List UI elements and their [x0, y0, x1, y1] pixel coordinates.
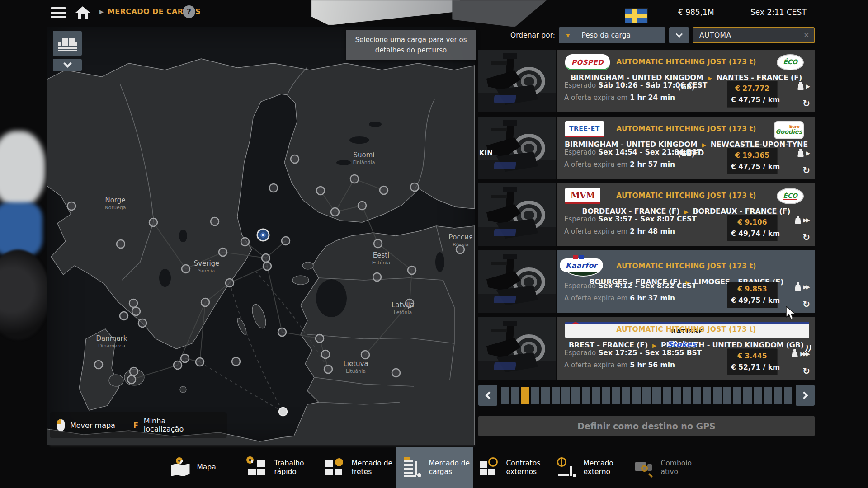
city-marker[interactable] [373, 273, 381, 281]
page-tick[interactable] [784, 387, 792, 404]
expected-time: Sáb 10:26 - Sáb 17:06 CEST [598, 81, 707, 89]
nav-item-freight[interactable]: Mercado de fretes [318, 447, 396, 488]
page-tick[interactable] [541, 387, 549, 404]
nav-item-map[interactable]: Mapa [164, 447, 241, 488]
city-marker[interactable] [316, 187, 325, 195]
prev-page-button[interactable] [478, 385, 497, 406]
city-marker[interactable] [316, 334, 324, 343]
city-marker[interactable] [174, 361, 182, 369]
city-marker[interactable] [269, 184, 278, 192]
page-tick[interactable] [774, 387, 782, 404]
city-marker[interactable] [279, 408, 287, 416]
set-gps-destination-button[interactable]: Definir como destino no GPS [478, 416, 815, 436]
search-box[interactable]: AUTOMA ✕ [693, 27, 815, 43]
city-marker[interactable] [374, 239, 382, 248]
city-marker[interactable] [282, 237, 290, 245]
page-tick[interactable] [743, 387, 751, 404]
city-marker[interactable] [291, 155, 299, 163]
nav-item-cargo[interactable]: Mercado de cargas [396, 447, 473, 488]
city-marker[interactable] [392, 369, 400, 377]
page-tick[interactable] [592, 387, 600, 404]
city-marker[interactable] [130, 367, 138, 375]
page-tick[interactable] [511, 387, 519, 404]
city-marker[interactable] [138, 319, 146, 327]
city-marker[interactable] [232, 357, 240, 366]
page-tick[interactable] [571, 387, 580, 404]
page-tick[interactable] [683, 387, 691, 404]
city-marker[interactable] [263, 262, 271, 270]
cargo-group-button[interactable] [53, 31, 82, 56]
city-marker[interactable] [406, 299, 414, 307]
page-tick[interactable] [561, 387, 570, 404]
city-marker[interactable] [331, 208, 339, 216]
city-marker[interactable] [149, 218, 157, 226]
city-marker[interactable] [132, 307, 140, 315]
clear-search-icon[interactable]: ✕ [803, 31, 809, 39]
city-marker[interactable] [241, 238, 249, 246]
city-marker[interactable] [324, 365, 332, 373]
page-tick[interactable] [521, 387, 529, 404]
help-icon[interactable]: ? [183, 5, 195, 18]
cargo-offer-row[interactable]: BÂTISSE AUTOMATIC HITCHING JOST (173 t) … [478, 317, 815, 380]
city-marker[interactable] [380, 186, 388, 194]
page-tick[interactable] [632, 387, 640, 404]
search-input[interactable]: AUTOMA [699, 31, 803, 39]
city-marker[interactable] [350, 175, 359, 183]
page-tick[interactable] [673, 387, 681, 404]
page-tick[interactable] [622, 387, 630, 404]
collapse-button[interactable] [53, 59, 82, 71]
city-marker[interactable] [361, 351, 369, 359]
city-marker[interactable] [127, 375, 136, 384]
page-tick[interactable] [693, 387, 701, 404]
cargo-offer-row[interactable]: NOS PÂTURAGES AUTOMATIC HITCHING JOST (1… [478, 250, 815, 313]
city-marker[interactable] [129, 299, 137, 307]
page-tick[interactable] [552, 387, 560, 404]
city-marker[interactable] [211, 217, 219, 225]
city-marker[interactable] [196, 358, 204, 366]
home-icon[interactable] [75, 5, 90, 20]
nav-item-convoy[interactable]: Comboio ativo [627, 447, 705, 488]
city-marker[interactable] [408, 266, 416, 274]
page-tick[interactable] [612, 387, 620, 404]
page-tick[interactable] [531, 387, 539, 404]
city-marker[interactable] [321, 350, 330, 358]
city-marker[interactable] [278, 328, 286, 336]
page-tick[interactable] [663, 387, 671, 404]
nav-item-quick[interactable]: Trabalho rápido [241, 447, 318, 488]
nav-item-contracts[interactable]: Contratos externos [473, 447, 550, 488]
page-tick[interactable] [703, 387, 711, 404]
page-tick[interactable] [602, 387, 610, 404]
city-marker[interactable] [120, 312, 128, 320]
cargo-offer-row[interactable]: MVM AUTOMATIC HITCHING JOST (173 t) ÉCO … [478, 183, 815, 246]
page-tick[interactable] [501, 387, 509, 404]
city-marker[interactable] [201, 298, 209, 306]
page-tick[interactable] [764, 387, 772, 404]
cargo-offer-row[interactable]: KIN TREE-ET AUTOMATIC HITCHING JOST (173… [478, 117, 815, 179]
world-map[interactable]: NorgeNoruegaSverigeSuéciaSuomiFinlândiaE… [47, 27, 475, 445]
page-tick[interactable] [713, 387, 721, 404]
page-tick[interactable] [642, 387, 651, 404]
page-tick[interactable] [723, 387, 731, 404]
city-marker[interactable] [226, 279, 234, 287]
city-marker[interactable] [410, 183, 419, 191]
city-marker[interactable] [456, 245, 464, 253]
city-marker[interactable] [94, 361, 103, 369]
city-marker[interactable] [262, 254, 270, 262]
city-marker[interactable] [219, 248, 227, 256]
freight-icon [325, 457, 346, 478]
page-tick[interactable] [733, 387, 741, 404]
expand-sort-button[interactable] [669, 27, 689, 43]
city-marker[interactable] [181, 354, 189, 362]
sort-dropdown[interactable]: ▼ Peso da carga [559, 27, 665, 43]
page-tick[interactable] [582, 387, 590, 404]
city-marker[interactable] [358, 202, 366, 210]
cargo-offer-row[interactable]: POSPED AUTOMATIC HITCHING JOST (173 t) É… [478, 50, 815, 112]
city-marker[interactable] [117, 240, 125, 248]
city-marker[interactable] [182, 265, 190, 273]
next-page-button[interactable] [796, 385, 815, 406]
city-marker[interactable] [67, 202, 75, 210]
page-tick[interactable] [754, 387, 762, 404]
page-tick[interactable] [652, 387, 660, 404]
menu-icon[interactable] [51, 7, 66, 18]
nav-item-extmkt[interactable]: Mercado externo [550, 447, 627, 488]
